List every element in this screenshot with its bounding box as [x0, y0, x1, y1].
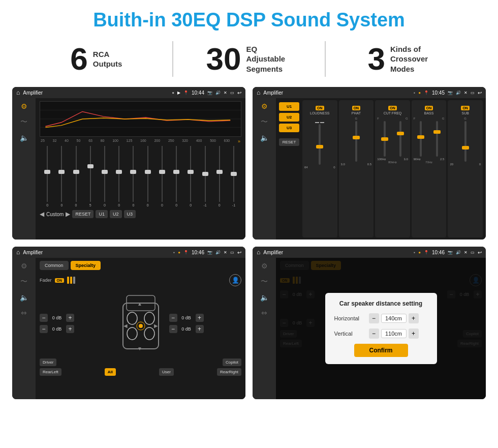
eq-slider-10[interactable]: 0: [170, 146, 183, 207]
stat-crossover-text: Kinds ofCrossover Modes: [390, 44, 436, 74]
speaker-icon-2[interactable]: 🔈: [260, 134, 269, 142]
preset-u2[interactable]: U2: [279, 113, 299, 122]
speaker-icon[interactable]: 🔈: [20, 134, 28, 142]
common-tab[interactable]: Common: [40, 261, 69, 270]
vol-minus-topright[interactable]: −: [169, 314, 177, 322]
eq-slider-7[interactable]: 0: [127, 146, 140, 207]
eq-slider-8[interactable]: 0: [141, 146, 154, 207]
eq-slider-9[interactable]: 0: [155, 146, 169, 207]
vol-control-topleft: − 0 dB +: [40, 314, 112, 322]
screen1-side-panel: ⚙ 〜 🔈: [12, 98, 36, 240]
rearleft-btn[interactable]: RearLeft: [40, 368, 61, 376]
page-title: Buith-in 30EQ DSP Sound System: [0, 0, 498, 36]
wave-icon-4[interactable]: 〜: [261, 277, 268, 286]
amp-reset-btn[interactable]: RESET: [279, 138, 299, 146]
eq-sliders-icon[interactable]: ⚙: [21, 102, 27, 110]
fader-bars: [67, 277, 75, 284]
next-arrow[interactable]: ▶: [66, 211, 70, 218]
vol-minus-bottomleft[interactable]: −: [40, 325, 48, 333]
wave-icon-3[interactable]: 〜: [20, 277, 27, 286]
copilot-btn[interactable]: Copilot: [223, 359, 241, 366]
bass-f-slider[interactable]: [420, 121, 422, 157]
wave-icon[interactable]: 〜: [20, 117, 27, 127]
phat-on: ON: [352, 106, 361, 110]
u2-button[interactable]: U2: [110, 210, 122, 218]
svg-text:◀: ◀: [123, 323, 128, 328]
eq-slider-4[interactable]: 5: [84, 146, 97, 207]
profile-icon[interactable]: 👤: [229, 274, 241, 286]
home-icon[interactable]: ⌂: [16, 89, 20, 96]
bass-g-slider[interactable]: [436, 121, 438, 157]
vertical-minus-btn[interactable]: −: [369, 328, 379, 339]
specialty-tab[interactable]: Specialty: [71, 261, 101, 270]
eq-slider-11[interactable]: 0: [184, 146, 197, 207]
wave-icon-2[interactable]: 〜: [261, 117, 268, 127]
driver-btn[interactable]: Driver: [40, 359, 56, 366]
eq-sliders-icon-4[interactable]: ⚙: [261, 262, 268, 270]
back-icon-4[interactable]: ↩: [478, 250, 482, 255]
vol-plus-topright[interactable]: +: [196, 314, 204, 322]
u3-button[interactable]: U3: [124, 210, 136, 218]
location-icon-4: 📍: [424, 250, 429, 255]
speaker-icon-3[interactable]: 🔈: [20, 293, 28, 302]
u1-button[interactable]: U1: [96, 210, 108, 218]
arrows-icon-4[interactable]: ⇔: [261, 309, 267, 317]
loudness-slider[interactable]: [319, 124, 321, 165]
eq-sliders-icon-3[interactable]: ⚙: [21, 262, 27, 270]
eq-label-250: 250: [168, 139, 174, 144]
screen2-body: ⚙ 〜 🔈 U1 U2 U3 RESET: [253, 98, 486, 240]
left-speaker-controls: − 0 dB + − 0 dB +: [40, 314, 112, 333]
home-icon-3[interactable]: ⌂: [16, 249, 20, 256]
more-icon[interactable]: »: [238, 139, 240, 144]
preset-u1[interactable]: U1: [279, 102, 299, 111]
eq-slider-12[interactable]: -1: [198, 146, 211, 207]
eq-label-25: 25: [41, 139, 45, 144]
vol-plus-bottomleft[interactable]: +: [66, 325, 74, 333]
horizontal-row: Horizontal − 140cm +: [334, 313, 428, 323]
eq-chart: [40, 101, 241, 137]
eq-slider-6[interactable]: 0: [112, 146, 126, 207]
back-icon-3[interactable]: ↩: [237, 250, 241, 255]
eq-label-40: 40: [65, 139, 69, 144]
dialog-title: Car speaker distance setting: [334, 300, 428, 307]
horizontal-plus-btn[interactable]: +: [409, 313, 419, 323]
stat-rca-text: RCAOutputs: [93, 49, 122, 69]
speaker-icon-4[interactable]: 🔈: [260, 293, 269, 302]
preset-u3[interactable]: U3: [279, 124, 299, 132]
home-icon-4[interactable]: ⌂: [257, 249, 260, 256]
eq-slider-3[interactable]: 0: [69, 146, 82, 207]
back-icon[interactable]: ↩: [237, 90, 241, 96]
eq-sliders-icon-2[interactable]: ⚙: [261, 102, 268, 110]
cutfreq-g-slider[interactable]: [399, 121, 401, 157]
prev-arrow[interactable]: ◀: [40, 211, 44, 218]
vol-minus-topleft[interactable]: −: [40, 314, 48, 322]
arrows-icon-3[interactable]: ⇔: [21, 309, 27, 317]
eq-slider-5[interactable]: 0: [98, 146, 111, 207]
eq-label-630: 630: [224, 139, 230, 144]
screen1-title: Amplifier: [23, 90, 169, 96]
horizontal-minus-btn[interactable]: −: [369, 313, 379, 323]
vol-icon: 🔊: [215, 91, 221, 95]
vertical-plus-btn[interactable]: +: [409, 328, 419, 339]
eq-slider-13[interactable]: 0: [213, 146, 226, 207]
vol-plus-bottomright[interactable]: +: [196, 325, 204, 333]
screen2-dot1: ▪: [414, 91, 415, 95]
bass-module: ON BASS FG: [412, 100, 447, 237]
eq-slider-2[interactable]: 0: [55, 146, 68, 207]
home-icon-2[interactable]: ⌂: [257, 89, 260, 96]
vol-minus-bottomright[interactable]: −: [169, 325, 177, 333]
cutfreq-f-slider[interactable]: [384, 121, 386, 157]
screen4-dot1: ▪: [414, 250, 415, 255]
sub-slider[interactable]: [464, 121, 466, 162]
reset-button[interactable]: RESET: [72, 210, 94, 218]
back-icon-2[interactable]: ↩: [478, 90, 482, 96]
eq-slider-14[interactable]: -1: [227, 146, 240, 207]
confirm-button[interactable]: Confirm: [354, 344, 408, 357]
phat-slider[interactable]: [355, 121, 357, 162]
vol-plus-topleft[interactable]: +: [66, 314, 74, 322]
eq-slider-1[interactable]: 0: [41, 146, 54, 207]
all-btn[interactable]: All: [105, 368, 116, 376]
rearright-btn[interactable]: RearRight: [217, 368, 241, 376]
stats-row: 6 RCAOutputs 30 EQ AdjustableSegments 3 …: [0, 36, 498, 84]
user-btn[interactable]: User: [159, 368, 174, 376]
